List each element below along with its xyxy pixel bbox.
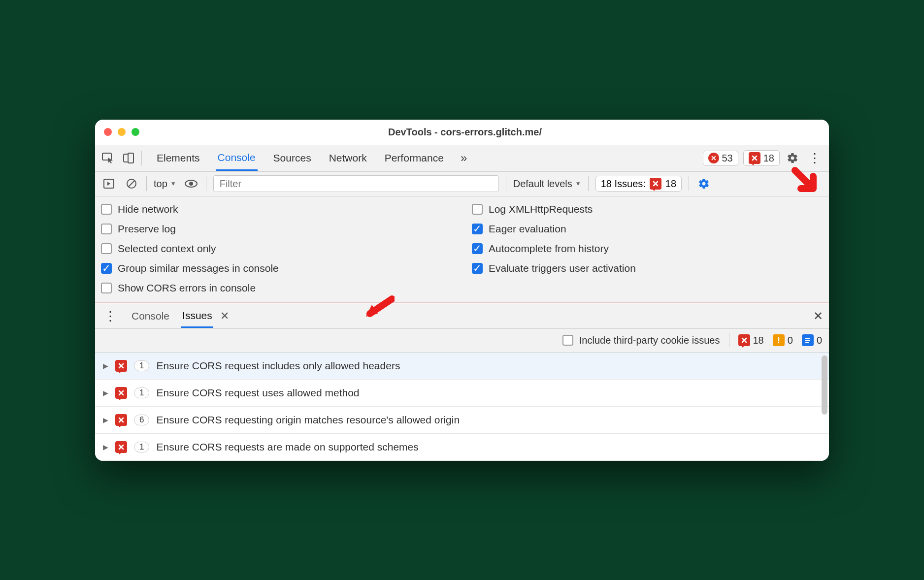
- disclosure-triangle-icon[interactable]: ▶: [103, 389, 108, 397]
- checkbox-checked-icon: ✓: [101, 263, 112, 274]
- inspect-element-icon[interactable]: [100, 150, 116, 166]
- checkbox-icon: [101, 224, 112, 234]
- summary-errors[interactable]: 18: [738, 334, 764, 346]
- scrollbar-thumb[interactable]: [822, 355, 827, 415]
- issues-label: 18 Issues:: [601, 178, 646, 190]
- issue-row[interactable]: ▶ 1 Ensure CORS requests are made on sup…: [95, 434, 829, 461]
- live-expression-icon[interactable]: [183, 176, 199, 192]
- svg-line-5: [129, 181, 134, 187]
- page-error-icon: [749, 152, 760, 164]
- summary-info[interactable]: 0: [802, 334, 822, 346]
- tab-performance[interactable]: Performance: [383, 146, 446, 170]
- error-chip-pill[interactable]: 18: [743, 150, 780, 166]
- subbar-div4: [588, 176, 589, 191]
- close-dot[interactable]: [104, 128, 112, 136]
- menu-kebab-icon[interactable]: ⋮: [805, 151, 824, 166]
- drawer-tab-close-icon[interactable]: ✕: [220, 310, 229, 322]
- titlebar: DevTools - cors-errors.glitch.me/: [95, 120, 829, 145]
- checkbox-icon: [562, 335, 573, 346]
- issue-count: 1: [134, 360, 149, 371]
- page-error-icon: [115, 414, 127, 426]
- tabbar-divider: [141, 151, 142, 165]
- issue-row[interactable]: ▶ 1 Ensure CORS request uses allowed met…: [95, 380, 829, 407]
- tabbar-right: ✕ 53 18 ⋮: [703, 150, 825, 166]
- chk-preserve-log[interactable]: Preserve log: [101, 223, 452, 235]
- chevron-down-icon: ▼: [170, 180, 176, 187]
- filter-input[interactable]: [213, 175, 499, 192]
- settings-right-col: Log XMLHttpRequests ✓Eager evaluation ✓A…: [472, 203, 823, 294]
- traffic-lights: [104, 128, 139, 136]
- svg-rect-2: [128, 153, 133, 163]
- clear-console-icon[interactable]: [124, 176, 139, 192]
- svg-rect-9: [805, 340, 810, 341]
- context-label: top: [154, 178, 167, 190]
- tab-elements[interactable]: Elements: [155, 146, 202, 170]
- info-icon: [802, 334, 814, 346]
- chk-eval-user-activation[interactable]: ✓Evaluate triggers user activation: [472, 262, 823, 274]
- disclosure-triangle-icon[interactable]: ▶: [103, 416, 108, 424]
- issues-count: 18: [665, 178, 676, 190]
- issue-row[interactable]: ▶ 1 Ensure CORS request includes only al…: [95, 353, 829, 380]
- console-settings-icon[interactable]: [696, 176, 712, 192]
- issue-title: Ensure CORS requesting origin matches re…: [156, 414, 460, 426]
- chk-group-similar[interactable]: ✓Group similar messages in console: [101, 262, 452, 274]
- error-count-pill[interactable]: ✕ 53: [703, 151, 738, 166]
- chevron-down-icon: ▼: [575, 180, 581, 187]
- warning-icon: [773, 334, 785, 346]
- main-tabs: Elements Console Sources Network Perform…: [155, 146, 468, 171]
- settings-gear-icon[interactable]: [785, 150, 800, 166]
- subbar-div1: [146, 176, 147, 191]
- chk-autocomplete-history[interactable]: ✓Autocomplete from history: [472, 243, 823, 255]
- chk-show-cors-errors[interactable]: Show CORS errors in console: [101, 282, 452, 294]
- console-settings-panel: Hide network Preserve log Selected conte…: [95, 196, 829, 302]
- disclosure-triangle-icon[interactable]: ▶: [103, 362, 108, 370]
- drawer-tab-issues[interactable]: Issues: [181, 305, 213, 328]
- issues-summary-bar: Include third-party cookie issues 18 0 0: [95, 329, 829, 353]
- devtools-tabbar: Elements Console Sources Network Perform…: [95, 145, 829, 172]
- page-error-icon: [650, 178, 661, 190]
- device-toolbar-icon[interactable]: [121, 150, 136, 166]
- checkbox-icon: [101, 283, 112, 293]
- log-levels-selector[interactable]: Default levels ▼: [513, 178, 581, 190]
- tab-sources[interactable]: Sources: [271, 146, 313, 170]
- zoom-dot[interactable]: [132, 128, 139, 136]
- chk-selected-context[interactable]: Selected context only: [101, 243, 452, 255]
- svg-rect-8: [805, 338, 810, 339]
- checkbox-checked-icon: ✓: [472, 224, 483, 234]
- subbar-div2: [206, 176, 206, 191]
- show-sidebar-icon[interactable]: [101, 176, 117, 192]
- summary-warnings[interactable]: 0: [773, 334, 793, 346]
- drawer-close-icon[interactable]: ✕: [813, 309, 823, 323]
- issue-count: 1: [134, 387, 149, 398]
- tab-network[interactable]: Network: [327, 146, 369, 170]
- error-chip-text: 18: [763, 153, 774, 164]
- context-selector[interactable]: top ▼: [154, 178, 176, 190]
- chk-log-xhr[interactable]: Log XMLHttpRequests: [472, 203, 823, 215]
- levels-label: Default levels: [513, 178, 572, 190]
- devtools-window: DevTools - cors-errors.glitch.me/ Elemen…: [95, 120, 829, 461]
- checkbox-icon: [472, 204, 483, 215]
- svg-rect-10: [805, 342, 809, 343]
- chk-include-3p-cookies[interactable]: Include third-party cookie issues: [562, 335, 720, 346]
- error-icon: ✕: [708, 153, 719, 163]
- issue-title: Ensure CORS requests are made on support…: [156, 441, 418, 453]
- issue-row[interactable]: ▶ 6 Ensure CORS requesting origin matche…: [95, 407, 829, 434]
- page-error-icon: [115, 360, 127, 372]
- error-count-text: 53: [722, 153, 733, 164]
- summary-divider: [729, 333, 729, 347]
- issue-count: 6: [134, 415, 149, 425]
- chk-hide-network[interactable]: Hide network: [101, 203, 452, 215]
- disclosure-triangle-icon[interactable]: ▶: [103, 443, 108, 451]
- minimize-dot[interactable]: [118, 128, 126, 136]
- issue-title: Ensure CORS request includes only allowe…: [156, 360, 400, 372]
- chk-eager-eval[interactable]: ✓Eager evaluation: [472, 223, 823, 235]
- drawer-menu-icon[interactable]: ⋮: [101, 309, 120, 324]
- checkbox-checked-icon: ✓: [472, 263, 483, 274]
- svg-point-7: [189, 182, 193, 186]
- page-error-icon: [115, 441, 127, 453]
- drawer-tab-console[interactable]: Console: [131, 305, 170, 327]
- more-tabs-icon[interactable]: »: [460, 146, 468, 170]
- tab-console[interactable]: Console: [216, 146, 258, 171]
- issues-pill[interactable]: 18 Issues: 18: [595, 176, 682, 192]
- page-error-icon: [115, 387, 127, 399]
